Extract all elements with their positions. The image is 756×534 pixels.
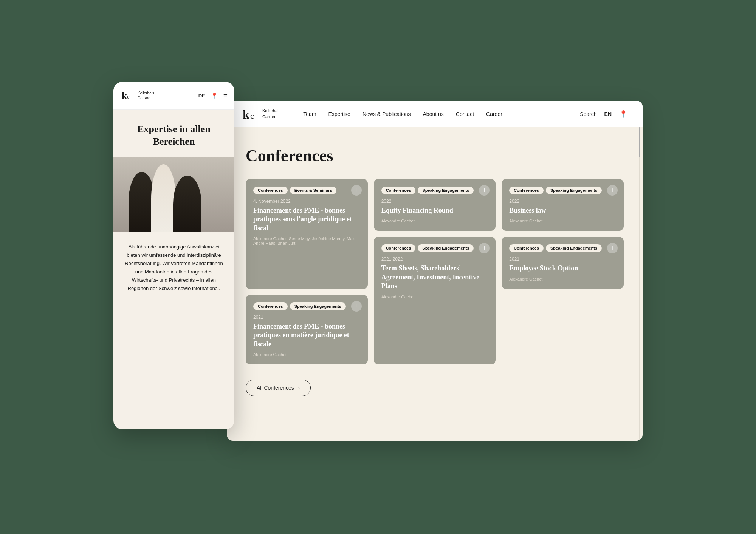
card-plus-button[interactable]: + — [351, 301, 362, 312]
nav-about[interactable]: About us — [423, 111, 444, 117]
card-author: Alexandre Gachet — [253, 352, 360, 357]
card-plus-button[interactable]: + — [351, 185, 362, 196]
card-title: Business law — [509, 206, 616, 215]
card-title: Term Sheets, Shareholders' Agreement, In… — [381, 264, 488, 290]
mobile-lang[interactable]: DE — [198, 93, 205, 99]
desktop-logo-brand: Kellerhals Carrard — [262, 108, 280, 120]
scrollbar-track[interactable] — [639, 127, 640, 441]
nav-location-icon[interactable]: 📍 — [619, 110, 627, 118]
card-year: 2021;2022 — [381, 256, 488, 262]
card-tag: Conferences — [381, 244, 416, 252]
mobile-hero-image — [113, 157, 234, 232]
svg-text:c: c — [250, 111, 254, 120]
card-plus-button[interactable]: + — [607, 185, 618, 196]
mobile-header: k c Kellerhals Carrard DE 📍 ≡ — [113, 82, 234, 110]
nav-right: Search EN 📍 — [580, 110, 627, 118]
card-tag: Conferences — [253, 302, 288, 310]
nav-career[interactable]: Career — [486, 111, 502, 117]
nav-links: Team Expertise News & Publications About… — [303, 111, 580, 117]
mobile-description: Als führende unabhängige Anwaltskanzlei … — [113, 232, 234, 301]
figure-person-3 — [173, 176, 201, 232]
nav-news[interactable]: News & Publications — [363, 111, 411, 117]
card-title: Equity Financing Round — [381, 206, 488, 215]
mobile-hero-text: Expertise in allen Bereichen — [113, 110, 234, 157]
card-tag: Speaking Engagements — [418, 244, 474, 252]
nav-team[interactable]: Team — [303, 111, 316, 117]
card-tag: Conferences — [509, 187, 544, 194]
card-author: Alexandre Gachet, Serge Migy, Joséphine … — [253, 236, 360, 245]
card-author: Alexandre Gachet — [381, 295, 488, 299]
desktop-nav: k c Kellerhals Carrard Team Expertise Ne… — [227, 101, 643, 127]
card-title: Financement des PME - bonnes pratiques e… — [253, 322, 360, 349]
nav-search[interactable]: Search — [580, 111, 596, 117]
conference-card-4[interactable]: +ConferencesSpeaking Engagements2021Empl… — [502, 237, 624, 289]
conference-card-5[interactable]: +ConferencesSpeaking Engagements2021Fina… — [246, 295, 368, 364]
desktop-main: Conferences +ConferencesEvents & Seminar… — [227, 127, 643, 441]
arrow-icon: › — [298, 384, 300, 391]
desktop-card: k c Kellerhals Carrard Team Expertise Ne… — [227, 101, 643, 441]
card-year: 2022 — [381, 199, 488, 204]
card-tag: Conferences — [381, 187, 416, 194]
mobile-header-right: DE 📍 ≡ — [198, 91, 227, 100]
mobile-card: k c Kellerhals Carrard DE 📍 ≡ Expertise … — [113, 82, 234, 429]
conference-card-0[interactable]: +ConferencesEvents & Seminars4. November… — [246, 179, 368, 289]
card-title: Employee Stock Option — [509, 264, 616, 273]
card-title: Financement des PME - bonnes pratiques s… — [253, 206, 360, 233]
conference-card-3[interactable]: +ConferencesSpeaking Engagements2021;202… — [374, 237, 496, 364]
desktop-logo: k c Kellerhals Carrard — [242, 106, 280, 122]
card-tag: Conferences — [253, 187, 288, 194]
all-btn-label: All Conferences — [257, 385, 294, 391]
card-tag: Speaking Engagements — [418, 187, 474, 194]
card-tag: Events & Seminars — [290, 187, 337, 194]
svg-text:k: k — [122, 91, 127, 101]
nav-lang[interactable]: EN — [604, 111, 612, 117]
card-tag: Speaking Engagements — [546, 244, 602, 252]
mobile-hero-title: Expertise in allen Bereichen — [124, 123, 224, 148]
card-year: 2022 — [509, 199, 616, 204]
card-author: Alexandre Gachet — [381, 219, 488, 223]
card-tag: Speaking Engagements — [290, 302, 346, 310]
scene: k c Kellerhals Carrard DE 📍 ≡ Expertise … — [113, 82, 643, 452]
card-tag: Conferences — [509, 244, 544, 252]
card-year: 2021 — [509, 256, 616, 262]
cards-grid: +ConferencesEvents & Seminars4. November… — [246, 179, 624, 364]
page-title: Conferences — [246, 146, 624, 165]
mobile-logo-brand: Kellerhals Carrard — [138, 91, 154, 100]
scrollbar-thumb[interactable] — [639, 127, 640, 157]
card-tag: Speaking Engagements — [546, 187, 602, 194]
hamburger-icon[interactable]: ≡ — [223, 91, 227, 100]
nav-expertise[interactable]: Expertise — [328, 111, 350, 117]
figure-person-2 — [151, 164, 176, 232]
desktop-kc-logo-icon: k c — [242, 106, 259, 122]
kc-logo-icon: k c — [121, 89, 135, 102]
nav-contact[interactable]: Contact — [456, 111, 474, 117]
card-author: Alexandre Gachet — [509, 277, 616, 281]
location-icon[interactable]: 📍 — [211, 92, 218, 99]
conference-card-2[interactable]: +ConferencesSpeaking Engagements2022Busi… — [502, 179, 624, 231]
svg-text:c: c — [127, 93, 130, 100]
mobile-logo: k c Kellerhals Carrard — [121, 89, 154, 102]
svg-text:k: k — [243, 108, 249, 121]
card-year: 2021 — [253, 315, 360, 320]
card-year: 4. November 2022 — [253, 199, 360, 204]
all-conferences-button[interactable]: All Conferences › — [246, 380, 311, 396]
card-author: Alexandre Gachet — [509, 219, 616, 223]
conference-card-1[interactable]: +ConferencesSpeaking Engagements2022Equi… — [374, 179, 496, 231]
